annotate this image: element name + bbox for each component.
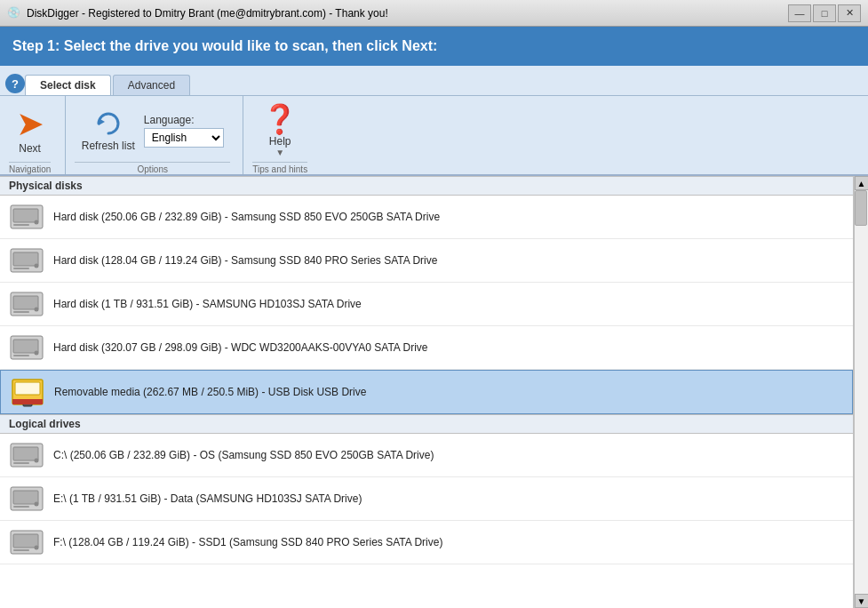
- svg-rect-14: [13, 340, 38, 353]
- tab-bar: ? Select disk Advanced: [0, 66, 868, 96]
- svg-rect-8: [13, 268, 29, 269]
- svg-rect-4: [13, 224, 29, 226]
- logical-drives-header: Logical drives: [0, 414, 853, 434]
- disk-item-physical-3[interactable]: Hard disk (320.07 GB / 298.09 GiB) - WDC…: [0, 326, 853, 370]
- physical-disks-header: Physical disks: [0, 176, 853, 196]
- refresh-button[interactable]: Refresh list: [82, 109, 135, 152]
- disk-item-logical-1[interactable]: E:\ (1 TB / 931.51 GiB) - Data (SAMSUNG …: [0, 477, 853, 521]
- options-content: Refresh list Language: English French Ge…: [75, 100, 230, 158]
- disk-item-physical-4[interactable]: Removable media (262.67 MB / 250.5 MiB) …: [0, 370, 853, 414]
- disk-text-logical-1: E:\ (1 TB / 931.51 GiB) - Data (SAMSUNG …: [53, 492, 362, 505]
- hdd-svg-logical-1: [10, 484, 44, 513]
- svg-rect-16: [13, 355, 29, 356]
- disk-text-physical-4: Removable media (262.67 MB / 250.5 MiB) …: [54, 386, 366, 398]
- hdd-icon-3: [9, 332, 44, 364]
- usb-icon-4: [10, 376, 45, 408]
- svg-rect-12: [13, 311, 29, 313]
- help-button[interactable]: ❓ Help ▼: [262, 105, 298, 157]
- refresh-label: Refresh list: [82, 140, 135, 152]
- disk-item-logical-2[interactable]: F:\ (128.04 GB / 119.24 GiB) - SSD1 (Sam…: [0, 521, 853, 564]
- svg-point-11: [35, 308, 39, 312]
- hdd-svg-2: [10, 290, 44, 318]
- svg-rect-32: [13, 549, 29, 551]
- usb-svg-4: [11, 376, 44, 408]
- maximize-button[interactable]: □: [813, 4, 836, 22]
- next-button-area[interactable]: ➤ Next: [9, 100, 51, 158]
- svg-point-3: [35, 220, 39, 225]
- hdd-icon-logical-2: [9, 526, 44, 558]
- svg-rect-2: [13, 209, 38, 222]
- disk-text-logical-0: C:\ (250.06 GB / 232.89 GiB) - OS (Samsu…: [53, 449, 434, 461]
- toolbar: ➤ Next Navigation Refresh list Language:…: [0, 96, 868, 176]
- next-label: Next: [19, 142, 41, 155]
- scrollbar-thumb[interactable]: [855, 190, 867, 226]
- hdd-icon-logical-0: [9, 439, 44, 471]
- hdd-svg-1: [10, 246, 44, 275]
- refresh-icon: [94, 109, 123, 138]
- navigation-label: Navigation: [9, 162, 51, 174]
- step-header-text: Step 1: Select the drive you would like …: [12, 38, 437, 54]
- disk-text-physical-2: Hard disk (1 TB / 931.51 GiB) - SAMSUNG …: [53, 298, 362, 310]
- hdd-icon-1: [9, 244, 44, 276]
- svg-rect-26: [13, 491, 38, 504]
- svg-rect-6: [13, 252, 38, 266]
- disk-item-logical-0[interactable]: C:\ (250.06 GB / 232.89 GiB) - OS (Samsu…: [0, 434, 853, 477]
- next-arrow-icon: ➤: [16, 107, 44, 140]
- help-content: ❓ Help ▼: [252, 100, 307, 158]
- close-button[interactable]: ✕: [838, 4, 861, 22]
- svg-rect-24: [13, 462, 29, 464]
- disk-list-area: Physical disks Hard disk (250.06 GB / 23…: [0, 176, 854, 608]
- tips-label: Tips and hints: [252, 162, 307, 174]
- help-label: Help: [269, 135, 291, 148]
- scrollbar[interactable]: ▲ ▼: [854, 176, 868, 608]
- navigation-group: ➤ Next Navigation: [0, 96, 66, 174]
- options-group: Refresh list Language: English French Ge…: [66, 96, 243, 174]
- scrollbar-up-button[interactable]: ▲: [855, 176, 869, 190]
- svg-point-23: [35, 459, 39, 463]
- options-label: Options: [75, 162, 230, 174]
- hdd-icon-logical-1: [9, 483, 44, 515]
- disk-text-physical-3: Hard disk (320.07 GB / 298.09 GiB) - WDC…: [53, 341, 428, 354]
- scrollbar-down-button[interactable]: ▼: [855, 594, 869, 608]
- disk-text-physical-1: Hard disk (128.04 GB / 119.24 GiB) - Sam…: [53, 254, 437, 267]
- title-text: DiskDigger - Registered to Dmitry Brant …: [27, 7, 788, 20]
- disk-text-logical-2: F:\ (128.04 GB / 119.24 GiB) - SSD1 (Sam…: [53, 536, 442, 548]
- tab-advanced[interactable]: Advanced: [113, 75, 190, 95]
- svg-marker-0: [99, 118, 105, 125]
- disk-item-physical-2[interactable]: Hard disk (1 TB / 931.51 GiB) - SAMSUNG …: [0, 283, 853, 326]
- hdd-icon-0: [9, 201, 44, 233]
- minimize-button[interactable]: —: [788, 4, 811, 22]
- tab-select-disk[interactable]: Select disk: [25, 75, 111, 95]
- svg-rect-28: [13, 506, 29, 508]
- disk-text-physical-0: Hard disk (250.06 GB / 232.89 GiB) - Sam…: [53, 211, 440, 223]
- language-group: Language: English French German Spanish …: [144, 114, 224, 148]
- language-select[interactable]: English French German Spanish Russian: [144, 128, 224, 148]
- svg-rect-19: [15, 382, 40, 395]
- language-label: Language:: [144, 114, 195, 126]
- svg-point-27: [35, 502, 39, 507]
- tips-group: ❓ Help ▼ Tips and hints: [243, 96, 320, 174]
- svg-rect-20: [12, 399, 43, 404]
- hdd-svg-logical-0: [10, 441, 44, 469]
- main-content: Physical disks Hard disk (250.06 GB / 23…: [0, 176, 868, 608]
- svg-point-31: [35, 546, 39, 550]
- svg-rect-30: [13, 534, 38, 548]
- hdd-svg-3: [10, 333, 44, 362]
- disk-item-physical-1[interactable]: Hard disk (128.04 GB / 119.24 GiB) - Sam…: [0, 239, 853, 283]
- scrollbar-track: [855, 190, 868, 594]
- svg-rect-10: [13, 296, 38, 309]
- step-header: Step 1: Select the drive you would like …: [0, 27, 868, 66]
- svg-rect-22: [13, 447, 38, 460]
- svg-point-7: [35, 264, 39, 268]
- disk-item-physical-0[interactable]: Hard disk (250.06 GB / 232.89 GiB) - Sam…: [0, 196, 853, 239]
- svg-point-15: [35, 351, 39, 356]
- title-bar: 💿 DiskDigger - Registered to Dmitry Bran…: [0, 0, 868, 27]
- window-controls: — □ ✕: [788, 4, 861, 22]
- hdd-svg-logical-2: [10, 528, 44, 556]
- tab-question-button[interactable]: ?: [5, 74, 25, 93]
- help-icon: ❓: [262, 105, 298, 133]
- hdd-icon-2: [9, 288, 44, 320]
- app-icon: 💿: [7, 6, 21, 20]
- hdd-svg-0: [10, 203, 44, 231]
